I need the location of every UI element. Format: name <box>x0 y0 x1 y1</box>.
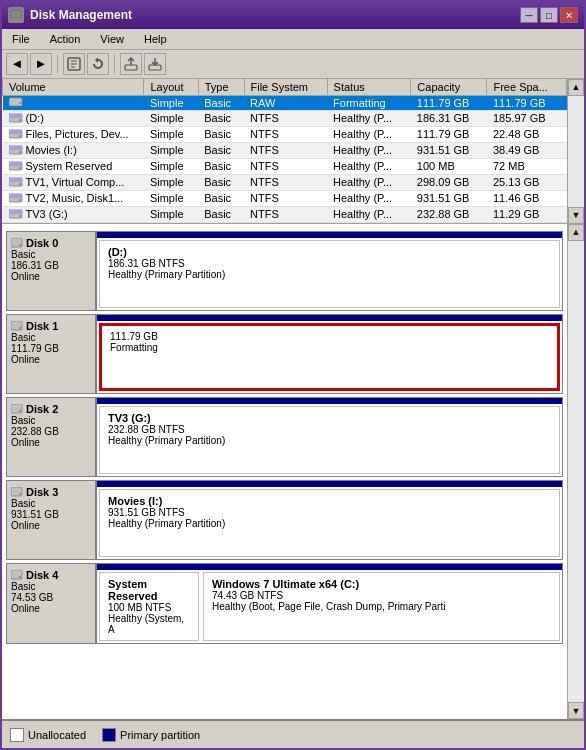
partition-title: (D:) <box>108 246 551 258</box>
partition-status: Healthy (Boot, Page File, Crash Dump, Pr… <box>212 601 551 612</box>
cell-type: Basic <box>198 190 244 206</box>
cell-layout: Simple <box>144 174 198 190</box>
table-row[interactable]: System Reserved SimpleBasicNTFSHealthy (… <box>3 158 567 174</box>
legend-primary: Primary partition <box>102 728 200 742</box>
col-capacity: Capacity <box>411 79 487 96</box>
svg-rect-16 <box>10 131 21 134</box>
disk-viz-scrollbar[interactable]: ▲ ▼ <box>567 224 584 719</box>
cell-volume: Files, Pictures, Dev... <box>3 126 144 142</box>
disk-visualization: Disk 0 Basic 186.31 GB Online (D:) 186.3… <box>2 224 584 719</box>
cell-fs: NTFS <box>244 206 327 222</box>
legend-primary-label: Primary partition <box>120 729 200 741</box>
partitions-row: System Reserved 100 MB NTFS Healthy (Sys… <box>97 570 562 643</box>
cell-free: 111.79 GB <box>487 95 567 110</box>
dv-scroll-up[interactable]: ▲ <box>568 224 584 241</box>
disk-content-0: (D:) 186.31 GB NTFS Healthy (Primary Par… <box>97 232 562 310</box>
maximize-button[interactable]: □ <box>540 7 558 23</box>
disk-size: 186.31 GB <box>11 260 91 271</box>
disk-size: 111.79 GB <box>11 343 91 354</box>
svg-rect-31 <box>10 211 21 214</box>
menu-file[interactable]: File <box>6 31 36 47</box>
col-type: Type <box>198 79 244 96</box>
svg-rect-0 <box>11 10 21 18</box>
cell-status: Healthy (P... <box>327 110 411 126</box>
cell-volume <box>3 95 144 110</box>
disk-label-3: Disk 3 Basic 931.51 GB Online <box>7 481 97 559</box>
disk-type: Basic <box>11 249 91 260</box>
cell-volume: (D:) <box>3 110 144 126</box>
cell-type: Basic <box>198 206 244 222</box>
cell-type: Basic <box>198 142 244 158</box>
cell-volume: Movies (I:) <box>3 142 144 158</box>
partitions-row: Movies (I:) 931.51 GB NTFS Healthy (Prim… <box>97 487 562 559</box>
cell-layout: Simple <box>144 190 198 206</box>
close-button[interactable]: ✕ <box>560 7 578 23</box>
back-button[interactable]: ◄ <box>6 53 28 75</box>
cell-volume: TV1, Virtual Comp... <box>3 174 144 190</box>
svg-point-40 <box>19 493 21 495</box>
partition-1-0[interactable]: 111.79 GB Formatting <box>99 323 560 391</box>
table-row[interactable]: Movies (I:) SimpleBasicNTFSHealthy (P...… <box>3 142 567 158</box>
partition-title: Movies (I:) <box>108 495 551 507</box>
properties-button[interactable] <box>63 53 85 75</box>
cell-layout: Simple <box>144 206 198 222</box>
disk-label-4: Disk 4 Basic 74.53 GB Online <box>7 564 97 643</box>
disk-label-0: Disk 0 Basic 186.31 GB Online <box>7 232 97 310</box>
col-status: Status <box>327 79 411 96</box>
disk-name: Disk 0 <box>11 237 91 249</box>
vertical-scrollbar[interactable]: ▲ ▼ <box>567 79 584 224</box>
import-button[interactable] <box>144 53 166 75</box>
window-title: Disk Management <box>30 8 132 22</box>
scroll-down-button[interactable]: ▼ <box>568 207 584 224</box>
scroll-up-button[interactable]: ▲ <box>568 79 584 96</box>
table-row[interactable]: TV1, Virtual Comp... SimpleBasicNTFSHeal… <box>3 174 567 190</box>
svg-rect-22 <box>10 163 21 166</box>
legend: Unallocated Primary partition <box>2 719 584 748</box>
table-row[interactable]: TV3 (G:) SimpleBasicNTFSHealthy (P...232… <box>3 206 567 222</box>
cell-free: 72 MB <box>487 158 567 174</box>
partition-2-0[interactable]: TV3 (G:) 232.88 GB NTFS Healthy (Primary… <box>99 406 560 474</box>
disk-size: 931.51 GB <box>11 509 91 520</box>
svg-point-17 <box>19 135 21 137</box>
cell-status: Healthy (P... <box>327 126 411 142</box>
partition-size: 74.43 GB NTFS <box>212 590 551 601</box>
table-row[interactable]: Files, Pictures, Dev... SimpleBasicNTFSH… <box>3 126 567 142</box>
table-row[interactable]: SimpleBasicRAWFormatting111.79 GB111.79 … <box>3 95 567 110</box>
dv-scroll-track[interactable] <box>568 241 584 702</box>
partition-3-0[interactable]: Movies (I:) 931.51 GB NTFS Healthy (Prim… <box>99 489 560 557</box>
menu-action[interactable]: Action <box>44 31 87 47</box>
partition-size: 186.31 GB NTFS <box>108 258 551 269</box>
disk-label-1: Disk 1 Basic 111.79 GB Online <box>7 315 97 393</box>
partition-0-0[interactable]: (D:) 186.31 GB NTFS Healthy (Primary Par… <box>99 240 560 308</box>
partition-4-1[interactable]: Windows 7 Ultimate x64 (C:) 74.43 GB NTF… <box>203 572 560 641</box>
partition-4-0[interactable]: System Reserved 100 MB NTFS Healthy (Sys… <box>99 572 199 641</box>
menu-view[interactable]: View <box>94 31 130 47</box>
dv-scroll-down[interactable]: ▼ <box>568 702 584 719</box>
cell-free: 38.49 GB <box>487 142 567 158</box>
menu-help[interactable]: Help <box>138 31 173 47</box>
table-body: SimpleBasicRAWFormatting111.79 GB111.79 … <box>3 95 567 222</box>
cell-fs: NTFS <box>244 110 327 126</box>
table-row[interactable]: TV2, Music, Disk1... SimpleBasicNTFSHeal… <box>3 190 567 206</box>
cell-status: Healthy (P... <box>327 142 411 158</box>
partition-size: 931.51 GB NTFS <box>108 507 551 518</box>
cell-free: 25.13 GB <box>487 174 567 190</box>
cell-type: Basic <box>198 158 244 174</box>
partition-status: Healthy (Primary Partition) <box>108 435 551 446</box>
forward-button[interactable]: ► <box>30 53 52 75</box>
minimize-button[interactable]: ─ <box>520 7 538 23</box>
col-filesystem: File System <box>244 79 327 96</box>
disk-name: Disk 3 <box>11 486 91 498</box>
disk-row: Disk 2 Basic 232.88 GB Online TV3 (G:) 2… <box>6 397 563 477</box>
cell-volume: TV3 (G:) <box>3 206 144 222</box>
table-row[interactable]: (D:) SimpleBasicNTFSHealthy (P...186.31 … <box>3 110 567 126</box>
cell-volume: TV2, Music, Disk1... <box>3 190 144 206</box>
menu-bar: File Action View Help <box>2 29 584 50</box>
refresh-button[interactable] <box>87 53 109 75</box>
svg-rect-13 <box>10 115 21 118</box>
svg-rect-19 <box>10 147 21 150</box>
scroll-track-v[interactable] <box>568 96 584 207</box>
svg-point-23 <box>19 167 21 169</box>
export-button[interactable] <box>120 53 142 75</box>
disk-status: Online <box>11 603 91 614</box>
